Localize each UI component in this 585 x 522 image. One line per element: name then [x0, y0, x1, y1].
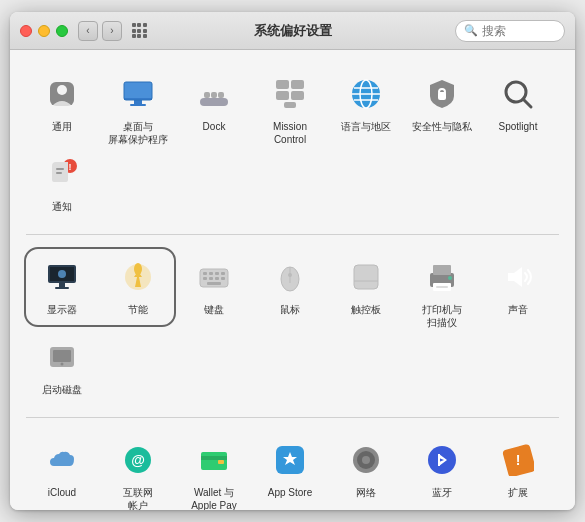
icon-trackpad [344, 255, 388, 299]
pref-item-keyboard[interactable]: 键盘 [178, 249, 250, 325]
icon-extensions: ! [496, 438, 540, 482]
icon-mouse [268, 255, 312, 299]
pref-item-desktop[interactable]: 桌面与 屏幕保护程序 [102, 66, 174, 142]
label-energy: 节能 [128, 303, 148, 316]
icon-wallet [192, 438, 236, 482]
section-section3: iCloud@互联网 帐户Wallet 与 Apple PayApp Store… [26, 428, 559, 510]
svg-point-68 [362, 456, 370, 464]
pref-item-mission[interactable]: Mission Control [254, 66, 326, 142]
pref-item-security[interactable]: 安全性与隐私 [406, 66, 478, 142]
svg-text:!: ! [516, 452, 521, 468]
label-extensions: 扩展 [508, 486, 528, 499]
pref-item-icloud[interactable]: iCloud [26, 432, 98, 508]
svg-rect-52 [433, 265, 451, 275]
grid-view-button[interactable] [128, 20, 150, 42]
label-wallet: Wallet 与 Apple Pay [191, 486, 237, 510]
label-security: 安全性与隐私 [412, 120, 472, 133]
icon-startup [40, 335, 84, 379]
label-mission: Mission Control [273, 120, 307, 146]
pref-item-general[interactable]: 通用 [26, 66, 98, 142]
svg-rect-10 [218, 92, 224, 98]
svg-rect-9 [211, 92, 217, 98]
items-grid-section3: iCloud@互联网 帐户Wallet 与 Apple PayApp Store… [26, 428, 559, 510]
label-language: 语言与地区 [341, 120, 391, 133]
label-spotlight: Spotlight [499, 120, 538, 133]
svg-rect-54 [436, 286, 448, 288]
icon-display [40, 255, 84, 299]
svg-point-48 [288, 273, 292, 277]
svg-line-24 [523, 99, 531, 107]
label-sound: 声音 [508, 303, 528, 316]
icon-desktop [116, 72, 160, 116]
pref-item-printer[interactable]: 打印机与 扫描仪 [406, 249, 478, 325]
label-keyboard: 键盘 [204, 303, 224, 316]
pref-item-appstore[interactable]: App Store [254, 432, 326, 508]
nav-buttons: ‹ › [78, 21, 122, 41]
svg-rect-8 [204, 92, 210, 98]
svg-rect-12 [291, 80, 304, 89]
icon-keyboard [192, 255, 236, 299]
label-trackpad: 触控板 [351, 303, 381, 316]
back-button[interactable]: ‹ [78, 21, 98, 41]
icon-mission [268, 72, 312, 116]
svg-rect-27 [56, 168, 64, 170]
pref-item-trackpad[interactable]: 触控板 [330, 249, 402, 325]
svg-point-1 [57, 85, 67, 95]
search-box[interactable]: 🔍 [455, 20, 565, 42]
system-preferences-window: ‹ › 系统偏好设置 🔍 通用桌面与 屏幕保护程序DockMission Con… [10, 12, 575, 510]
pref-item-extensions[interactable]: !扩展 [482, 432, 554, 508]
svg-rect-38 [209, 272, 213, 275]
pref-item-wallet[interactable]: Wallet 与 Apple Pay [178, 432, 250, 508]
section-divider-1 [26, 234, 559, 235]
pref-item-mouse[interactable]: 鼠标 [254, 249, 326, 325]
pref-item-sound[interactable]: 声音 [482, 249, 554, 325]
section-section2: 显示器节能键盘鼠标触控板打印机与 扫描仪声音启动磁盘 [26, 245, 559, 409]
svg-rect-49 [354, 265, 378, 289]
label-display: 显示器 [47, 303, 77, 316]
icon-bluetooth [420, 438, 464, 482]
svg-rect-45 [207, 282, 221, 285]
maximize-button[interactable] [56, 25, 68, 37]
svg-rect-41 [203, 277, 207, 280]
icon-dock [192, 72, 236, 116]
pref-item-internet[interactable]: @互联网 帐户 [102, 432, 174, 508]
svg-marker-56 [508, 267, 522, 287]
pref-item-dock[interactable]: Dock [178, 66, 250, 142]
icon-energy [116, 255, 160, 299]
items-grid-section1: 通用桌面与 屏幕保护程序DockMission Control语言与地区安全性与… [26, 62, 559, 226]
icon-spotlight [496, 72, 540, 116]
pref-item-notification[interactable]: !通知 [26, 146, 98, 222]
icon-notification: ! [40, 152, 84, 196]
svg-point-59 [61, 363, 64, 366]
label-icloud: iCloud [48, 486, 76, 499]
label-network: 网络 [356, 486, 376, 499]
forward-button[interactable]: › [102, 21, 122, 41]
svg-rect-7 [200, 98, 228, 106]
pref-item-network[interactable]: 网络 [330, 432, 402, 508]
close-button[interactable] [20, 25, 32, 37]
pref-item-startup[interactable]: 启动磁盘 [26, 329, 98, 405]
svg-rect-15 [284, 102, 296, 108]
svg-text:@: @ [131, 452, 145, 468]
section-divider-2 [26, 417, 559, 418]
icon-appstore [268, 438, 312, 482]
svg-rect-32 [55, 287, 69, 289]
pref-item-bluetooth[interactable]: 蓝牙 [406, 432, 478, 508]
titlebar: ‹ › 系统偏好设置 🔍 [10, 12, 575, 50]
window-title: 系统偏好设置 [254, 22, 332, 40]
search-input[interactable] [482, 24, 562, 38]
pref-item-language[interactable]: 语言与地区 [330, 66, 402, 142]
minimize-button[interactable] [38, 25, 50, 37]
label-startup: 启动磁盘 [42, 383, 82, 396]
search-icon: 🔍 [464, 24, 478, 37]
svg-rect-4 [134, 100, 142, 104]
section-section1: 通用桌面与 屏幕保护程序DockMission Control语言与地区安全性与… [26, 62, 559, 226]
pref-item-energy[interactable]: 节能 [102, 249, 174, 325]
pref-item-display[interactable]: 显示器 [26, 249, 98, 325]
svg-rect-2 [124, 82, 152, 100]
label-dock: Dock [203, 120, 226, 133]
svg-rect-63 [201, 456, 227, 460]
pref-item-spotlight[interactable]: Spotlight [482, 66, 554, 142]
icon-icloud [40, 438, 84, 482]
label-internet: 互联网 帐户 [123, 486, 153, 510]
